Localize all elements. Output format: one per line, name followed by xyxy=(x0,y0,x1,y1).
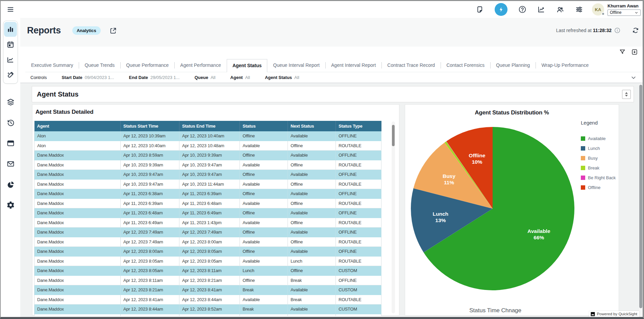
table-row: Dane.MaddoxApr 10, 2023 8:59amApr 10, 20… xyxy=(34,151,381,160)
avatar[interactable]: KA xyxy=(592,3,604,16)
column-header-status-type[interactable]: Status Type xyxy=(336,121,381,131)
sheet-spinner[interactable] xyxy=(622,90,631,99)
powered-by-quicksight[interactable]: Powered by QuickSight xyxy=(589,311,639,317)
table-cell: Offline xyxy=(288,218,336,228)
tab-queue-interval-report[interactable]: Queue Interval Report xyxy=(267,62,325,72)
sidebar-item-calendar[interactable] xyxy=(4,37,17,52)
tab-queue-planning[interactable]: Queue Planning xyxy=(490,62,536,72)
sidebar-item-design[interactable] xyxy=(4,68,17,82)
users-icon[interactable] xyxy=(556,5,564,14)
control-agent[interactable]: AgentAll xyxy=(230,75,250,80)
table-cell: Available xyxy=(240,218,288,228)
controls-collapse-chevron[interactable] xyxy=(630,75,637,81)
tab-contact-forensics[interactable]: Contact Forensics xyxy=(441,62,490,72)
legend-label: Break xyxy=(588,165,599,170)
filter-icon[interactable] xyxy=(619,49,626,55)
table-cell: Dane.Maddox xyxy=(34,295,121,304)
tab-wrap-up-performance[interactable]: Wrap-Up Performance xyxy=(536,62,594,72)
column-header-status-start-time[interactable]: Status Start Time xyxy=(121,121,179,131)
control-end-date[interactable]: End Date29/05/2023 1... xyxy=(129,75,180,80)
control-label: Queue xyxy=(195,75,208,80)
table-cell: Apr 10, 2023 9:47am xyxy=(179,170,240,180)
sidebar-item-pie-report[interactable] xyxy=(3,177,18,192)
table-cell: Lunch xyxy=(240,266,288,276)
status-select[interactable]: Offline xyxy=(608,9,641,16)
table-cell: Apr 10, 2023 9:47am xyxy=(179,160,240,170)
legend-item-busy[interactable]: Busy xyxy=(581,153,619,163)
column-header-status-end-time[interactable]: Status End Time xyxy=(179,121,240,131)
control-queue[interactable]: QueueAll xyxy=(195,75,216,80)
flash-button[interactable] xyxy=(495,3,507,16)
feedback-note-icon[interactable] xyxy=(476,5,484,14)
help-icon[interactable] xyxy=(518,5,526,14)
legend-item-available[interactable]: Available xyxy=(581,134,619,143)
spinner-down-icon[interactable] xyxy=(625,95,628,97)
table-scrollbar[interactable] xyxy=(392,122,395,313)
table-cell: Offline xyxy=(240,208,288,218)
table-row: AlonApr 12, 2023 10:40amApr 12, 2023 10:… xyxy=(34,141,381,151)
powered-by-text: Powered by QuickSight xyxy=(597,312,637,316)
table-row: Dane.MaddoxApr 11, 2023 6:38amApr 11, 20… xyxy=(34,189,381,199)
table-cell: Apr 11, 2023 6:38am xyxy=(121,189,179,199)
control-start-date[interactable]: Start Date09/04/2023 1... xyxy=(61,75,114,80)
control-agent-status[interactable]: Agent StatusAll xyxy=(265,75,299,80)
table-cell: Apr 11, 2023 6:49am xyxy=(179,208,240,218)
table-row: Dane.MaddoxApr 12, 2023 8:00amApr 12, 20… xyxy=(34,247,381,257)
tab-queue-trends[interactable]: Queue Trends xyxy=(79,62,120,72)
menu-icon[interactable] xyxy=(6,6,15,13)
legend-swatch xyxy=(581,166,585,170)
sidebar-item-window[interactable] xyxy=(3,136,18,151)
metrics-icon[interactable] xyxy=(537,5,545,14)
table-scrollbar-thumb[interactable] xyxy=(392,125,395,146)
table-cell: Dane.Maddox xyxy=(34,218,121,228)
export-icon[interactable] xyxy=(631,49,638,55)
table-cell: Apr 12, 2023 10:40am xyxy=(121,141,179,151)
sidebar-item-analytics[interactable] xyxy=(4,22,17,37)
dashboard-scrollbar-thumb[interactable] xyxy=(639,85,642,308)
sidebar-item-history[interactable] xyxy=(3,115,18,130)
sidebar-item-settings[interactable] xyxy=(3,197,18,212)
table-cell: CUSTOM xyxy=(336,285,381,295)
table-cell: Break xyxy=(288,275,336,285)
column-header-status[interactable]: Status xyxy=(240,121,288,131)
legend-item-break[interactable]: Break xyxy=(581,163,619,173)
table-cell: Apr 11, 2023 6:49am xyxy=(121,218,179,228)
table-cell: Available xyxy=(240,237,288,247)
legend-item-lunch[interactable]: Lunch xyxy=(581,143,619,153)
sidebar-item-mail[interactable] xyxy=(3,156,18,171)
info-icon[interactable] xyxy=(614,27,620,33)
lightning-icon xyxy=(497,6,505,13)
table-cell: Dane.Maddox xyxy=(34,198,121,208)
column-header-agent[interactable]: Agent xyxy=(34,121,121,131)
sheet-titlebar: Agent Status xyxy=(32,86,634,102)
tab-contract-trace-record[interactable]: Contract Trace Record xyxy=(381,62,441,72)
tab-agent-interval-report[interactable]: Agent Interval Report xyxy=(325,62,381,72)
table-cell: Available xyxy=(288,247,336,257)
table-cell: ROUTABLE xyxy=(336,256,381,266)
dashboard-scrollbar[interactable] xyxy=(639,84,643,316)
tab-agent-status[interactable]: Agent Status xyxy=(227,59,267,72)
legend-item-offline[interactable]: Offline xyxy=(581,183,619,192)
table-cell: CUSTOM xyxy=(336,304,381,314)
legend-title: Legend xyxy=(581,120,619,126)
status-select-value: Offline xyxy=(610,10,621,15)
tab-executive-summary[interactable]: Executive Summary xyxy=(25,62,79,72)
refresh-icon[interactable] xyxy=(632,27,639,34)
table-cell: ROUTABLE xyxy=(336,237,381,247)
external-link-icon[interactable] xyxy=(109,27,117,34)
settings-sliders-icon[interactable] xyxy=(575,5,583,14)
table-cell: Offline xyxy=(288,198,336,208)
table-cell: Offline xyxy=(288,141,336,151)
table-cell xyxy=(34,314,121,316)
legend-item-be-right-back[interactable]: Be Right Back xyxy=(581,173,619,183)
spinner-up-icon[interactable] xyxy=(625,92,628,94)
tab-agent-performance[interactable]: Agent Performance xyxy=(174,62,227,72)
tab-queue-performance[interactable]: Queue Performance xyxy=(120,62,174,72)
paintbrush-icon xyxy=(6,71,15,79)
table-cell: Dane.Maddox xyxy=(34,237,121,247)
column-header-next-status[interactable]: Next Status xyxy=(288,121,336,131)
sidebar-item-metrics[interactable] xyxy=(4,52,17,67)
table-cell: ROUTABLE xyxy=(336,218,381,228)
sidebar-item-layers[interactable] xyxy=(3,95,18,109)
quicksight-logo xyxy=(591,312,595,316)
